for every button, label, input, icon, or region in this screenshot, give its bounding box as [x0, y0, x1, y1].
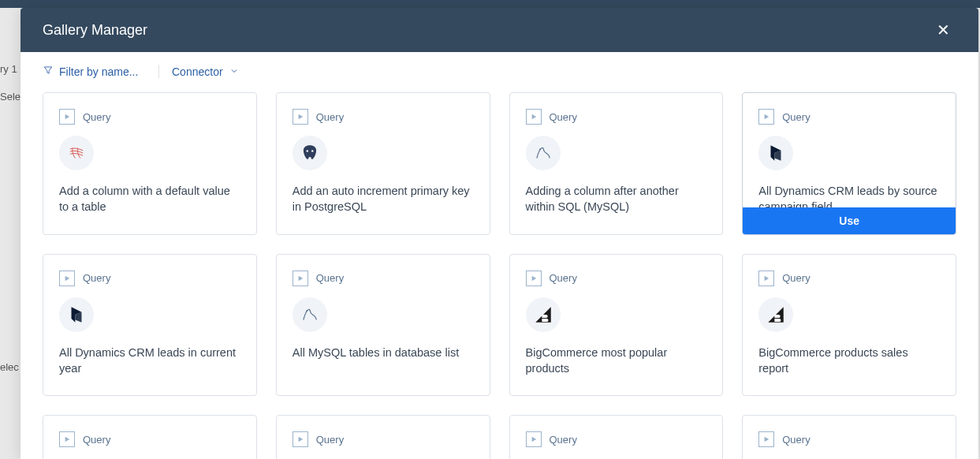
toolbar: Connector [20, 52, 978, 84]
card-title: Add a column with a default value to a t… [59, 183, 240, 215]
card-type-label: Query [83, 434, 110, 446]
card-type-label: Query [316, 434, 344, 446]
card-type-row: Query [59, 271, 240, 286]
play-icon [293, 271, 308, 286]
close-icon: ✕ [937, 21, 950, 39]
play-icon [526, 431, 542, 447]
chevron-down-icon [229, 65, 239, 78]
card-type-row: Query [758, 109, 940, 125]
card-title: BigCommerce most popular products [526, 345, 707, 377]
card-type-row: Query [59, 109, 240, 125]
gallery-card[interactable]: QueryAdd a column with a default value t… [43, 92, 257, 235]
bigcommerce-icon [526, 297, 561, 332]
background-text: elec [0, 361, 19, 373]
gallery-card[interactable]: QueryAll Dynamics CRM leads in current y… [43, 254, 257, 397]
background-text: Sele [0, 91, 20, 103]
svg-point-3 [306, 310, 307, 312]
gallery-card[interactable]: Query [742, 415, 956, 459]
card-type-label: Query [83, 272, 110, 284]
connector-dropdown[interactable]: Connector [159, 65, 239, 78]
card-type-row: Query [758, 271, 940, 286]
filter-by-name[interactable] [43, 65, 159, 78]
gallery-card[interactable]: QueryBigCommerce most popular products [509, 254, 724, 397]
svg-point-2 [539, 148, 541, 150]
gallery-card[interactable]: QueryAdding a column after another withi… [509, 92, 724, 235]
close-button[interactable]: ✕ [930, 19, 956, 41]
play-icon [293, 109, 308, 125]
dynamics-icon [59, 297, 94, 332]
use-button[interactable]: Use [743, 207, 956, 234]
card-type-label: Query [782, 434, 810, 446]
card-type-row: Query [59, 431, 240, 447]
gallery-card[interactable]: Query [509, 415, 724, 459]
gallery-manager-modal: Gallery Manager ✕ Connector QueryAdd a c… [20, 8, 978, 459]
card-type-row: Query [526, 431, 707, 447]
play-icon [758, 271, 774, 286]
modal-header: Gallery Manager ✕ [20, 8, 978, 52]
card-type-row: Query [758, 431, 940, 447]
svg-point-1 [311, 150, 313, 151]
card-title: All MySQL tables in database list [293, 345, 474, 360]
gallery-card[interactable]: Query [276, 415, 490, 459]
filter-icon [43, 65, 54, 78]
card-type-label: Query [83, 111, 110, 123]
card-title: BigCommerce products sales report [758, 345, 940, 377]
bigcommerce-icon [758, 297, 793, 332]
play-icon [758, 109, 774, 125]
sqlserver-icon [59, 136, 94, 170]
gallery-card[interactable]: QueryBigCommerce products sales report [742, 254, 956, 397]
card-type-label: Query [782, 111, 810, 123]
filter-input[interactable] [59, 65, 146, 78]
play-icon [758, 431, 774, 447]
play-icon [59, 109, 75, 125]
card-type-label: Query [316, 111, 344, 123]
play-icon [526, 271, 542, 286]
play-icon [59, 431, 75, 447]
card-type-row: Query [526, 271, 707, 286]
gallery-grid: QueryAdd a column with a default value t… [43, 92, 956, 459]
card-type-label: Query [782, 272, 810, 284]
gallery-content: QueryAdd a column with a default value t… [20, 84, 978, 459]
gallery-card[interactable]: QueryAll MySQL tables in database list [276, 254, 490, 397]
connector-label: Connector [172, 65, 223, 78]
card-title: Add an auto increment primary key in Pos… [293, 183, 474, 215]
modal-title: Gallery Manager [43, 22, 147, 39]
card-type-row: Query [526, 109, 707, 125]
card-type-label: Query [550, 111, 577, 123]
gallery-card[interactable]: QueryAll Dynamics CRM leads by source ca… [742, 92, 956, 235]
play-icon [526, 109, 542, 125]
dynamics-icon [758, 136, 793, 170]
card-type-row: Query [293, 109, 474, 125]
card-title: All Dynamics CRM leads in current year [59, 345, 240, 377]
card-type-label: Query [550, 434, 577, 446]
gallery-card[interactable]: Query [43, 415, 257, 459]
card-type-label: Query [550, 272, 577, 284]
card-type-row: Query [293, 271, 474, 286]
mysql-icon [293, 297, 327, 332]
gallery-card[interactable]: QueryAdd an auto increment primary key i… [276, 92, 490, 235]
play-icon [293, 431, 308, 447]
background-text: ry 1 [0, 63, 17, 75]
postgresql-icon [293, 136, 327, 170]
card-type-row: Query [293, 431, 474, 447]
svg-point-0 [306, 150, 307, 151]
card-title: Adding a column after another within SQL… [526, 183, 707, 215]
play-icon [59, 271, 75, 286]
mysql-icon [526, 136, 561, 170]
card-type-label: Query [316, 272, 344, 284]
